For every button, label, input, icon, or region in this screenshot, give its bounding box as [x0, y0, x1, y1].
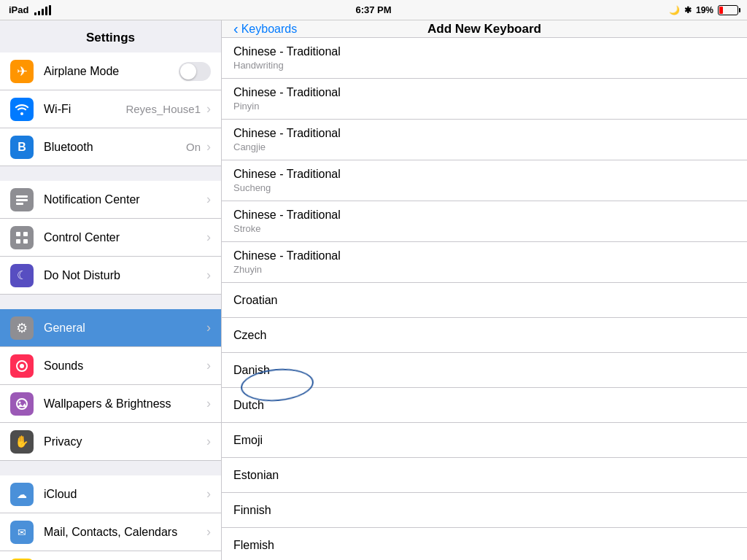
wifi-icon: [34, 5, 51, 15]
back-button[interactable]: ‹ Keyboards: [233, 20, 297, 37]
wallpapers-chevron-icon: ›: [206, 396, 211, 411]
svg-rect-2: [16, 203, 23, 205]
keyboard-row-name: Czech: [233, 329, 735, 342]
keyboard-row-sub: Stroke: [233, 223, 735, 234]
icloud-label: iCloud: [44, 488, 206, 501]
moon-icon: 🌙: [669, 5, 680, 15]
sidebar-item-airplane-mode[interactable]: ✈ Airplane Mode: [0, 52, 221, 90]
privacy-chevron-icon: ›: [206, 434, 211, 449]
general-chevron-icon: ›: [206, 320, 211, 335]
keyboard-row-sub: Sucheng: [233, 182, 735, 193]
keyboard-row-sub: Pinyin: [233, 101, 735, 112]
sidebar-item-sounds[interactable]: Sounds ›: [0, 347, 221, 385]
sidebar-item-wifi[interactable]: Wi-Fi Reyes_House1 ›: [0, 90, 221, 128]
bluetooth-chevron-icon: ›: [206, 139, 211, 155]
section-gap-3: [0, 461, 221, 475]
keyboard-row-name: Chinese - Traditional: [233, 86, 735, 99]
keyboard-list: Chinese - TraditionalHandwritingChinese …: [222, 38, 747, 560]
sidebar-item-wallpapers[interactable]: Wallpapers & Brightness ›: [0, 385, 221, 423]
mail-icon: ✉: [10, 521, 34, 544]
keyboard-row[interactable]: Chinese - TraditionalSucheng: [222, 160, 747, 201]
wifi-label: Wi-Fi: [44, 103, 125, 116]
mail-label: Mail, Contacts, Calendars: [44, 526, 206, 539]
icloud-chevron-icon: ›: [206, 486, 211, 502]
svg-rect-0: [16, 195, 28, 198]
sidebar-item-bluetooth[interactable]: B Bluetooth On ›: [0, 128, 221, 166]
airplane-mode-toggle[interactable]: [179, 62, 211, 81]
keyboard-row[interactable]: Croatian: [222, 283, 747, 318]
sounds-chevron-icon: ›: [206, 358, 211, 373]
keyboard-row-sub: Zhuyin: [233, 264, 735, 275]
notification-center-icon: [10, 188, 34, 211]
sidebar-item-do-not-disturb[interactable]: ☾ Do Not Disturb ›: [0, 257, 221, 295]
svg-point-8: [20, 364, 24, 368]
sidebar-item-control-center[interactable]: Control Center ›: [0, 219, 221, 257]
svg-rect-3: [16, 232, 20, 236]
privacy-label: Privacy: [44, 435, 206, 448]
keyboard-row[interactable]: Flemish: [222, 528, 747, 560]
icloud-icon: ☁: [10, 483, 34, 506]
svg-rect-6: [23, 239, 28, 244]
svg-point-9: [17, 399, 27, 409]
svg-rect-1: [16, 199, 28, 201]
keyboard-row[interactable]: Chinese - TraditionalPinyin: [222, 79, 747, 120]
keyboard-row-name: Flemish: [233, 539, 735, 552]
keyboard-row-name: Dutch: [233, 399, 735, 412]
main-header-title: Add New Keyboard: [427, 22, 541, 36]
keyboard-row[interactable]: Chinese - TraditionalStroke: [222, 201, 747, 242]
keyboard-row-name: Chinese - Traditional: [233, 249, 735, 262]
sidebar: Settings ✈ Airplane Mode Wi-Fi Reyes_Hou…: [0, 20, 222, 560]
do-not-disturb-icon: ☾: [10, 264, 34, 287]
sidebar-item-icloud[interactable]: ☁ iCloud ›: [0, 475, 221, 513]
sounds-icon: [10, 354, 34, 378]
back-label: Keyboards: [241, 23, 298, 36]
keyboard-row[interactable]: Chinese - TraditionalZhuyin: [222, 242, 747, 283]
sidebar-title: Settings: [0, 20, 221, 52]
svg-point-10: [19, 401, 21, 403]
bluetooth-label: Bluetooth: [44, 141, 186, 154]
sidebar-item-privacy[interactable]: ✋ Privacy ›: [0, 423, 221, 461]
keyboard-row-name: Chinese - Traditional: [233, 45, 735, 58]
mail-chevron-icon: ›: [206, 524, 211, 540]
airplane-mode-label: Airplane Mode: [44, 65, 179, 78]
control-center-label: Control Center: [44, 231, 206, 244]
sidebar-item-mail[interactable]: ✉ Mail, Contacts, Calendars ›: [0, 513, 221, 551]
notification-center-label: Notification Center: [44, 193, 206, 206]
do-not-disturb-chevron-icon: ›: [206, 268, 211, 283]
general-icon: ⚙: [10, 316, 34, 340]
section-gap-1: [0, 166, 221, 181]
wallpapers-icon: [10, 392, 34, 416]
control-center-icon: [10, 226, 34, 249]
keyboard-row-sub: Handwriting: [233, 60, 735, 71]
keyboard-row[interactable]: Chinese - TraditionalCangjie: [222, 120, 747, 160]
status-bar: iPad 6:37 PM 🌙 ✱ 19%: [0, 0, 747, 20]
keyboard-row[interactable]: Estonian: [222, 458, 747, 493]
sidebar-item-notification-center[interactable]: Notification Center ›: [0, 181, 221, 219]
keyboard-row[interactable]: Chinese - TraditionalHandwriting: [222, 38, 747, 79]
back-chevron-icon: ‹: [233, 20, 239, 37]
keyboard-row[interactable]: Emoji: [222, 423, 747, 458]
airplane-mode-icon: ✈: [10, 60, 34, 83]
keyboard-row-name: Chinese - Traditional: [233, 127, 735, 140]
sidebar-item-notes[interactable]: 📋 Notes ›: [0, 551, 221, 560]
battery-percent: 19%: [696, 5, 713, 15]
keyboard-row-name: Estonian: [233, 469, 735, 482]
keyboard-row[interactable]: Danish: [222, 353, 747, 388]
main-panel: ‹ Keyboards Add New Keyboard Chinese - T…: [222, 20, 747, 560]
wallpapers-label: Wallpapers & Brightness: [44, 397, 206, 411]
keyboard-row-name: Croatian: [233, 294, 735, 307]
carrier-label: iPad: [9, 4, 28, 15]
keyboard-row[interactable]: Dutch: [222, 388, 747, 423]
wifi-chevron-icon: ›: [206, 101, 211, 117]
sidebar-item-general[interactable]: ⚙ General ›: [0, 309, 221, 347]
do-not-disturb-label: Do Not Disturb: [44, 269, 206, 282]
keyboard-row-name: Danish: [233, 364, 735, 377]
keyboard-row-name: Chinese - Traditional: [233, 209, 735, 222]
bluetooth-value: On: [186, 141, 201, 153]
keyboard-row[interactable]: Finnish: [222, 493, 747, 528]
keyboard-row[interactable]: Czech: [222, 318, 747, 353]
wifi-value: Reyes_House1: [125, 103, 201, 115]
notification-center-chevron-icon: ›: [206, 192, 211, 207]
general-label: General: [44, 322, 206, 335]
section-gap-2: [0, 295, 221, 309]
